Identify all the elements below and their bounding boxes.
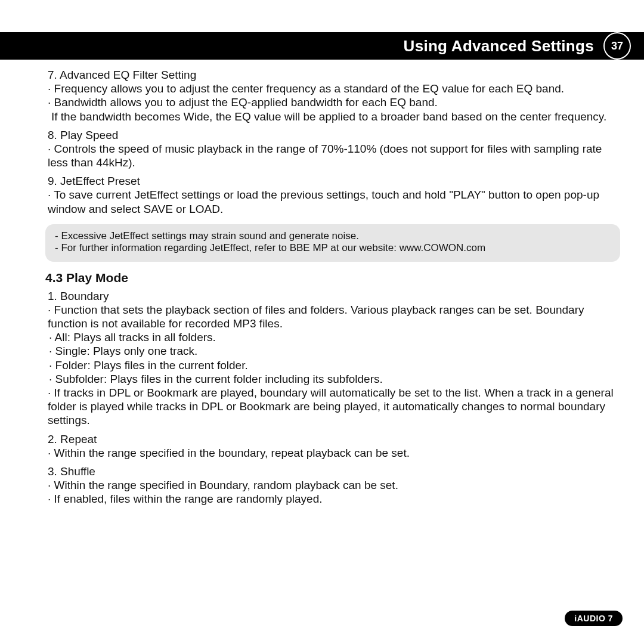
shuffle-bullet-1: Within the range specified in Boundary, … [45, 478, 620, 492]
item-9-bullet-1: To save current JetEffect settings or lo… [45, 188, 620, 215]
page-content: 7. Advanced EQ Filter Setting Frequency … [45, 68, 620, 510]
boundary-bullet-1: Function that sets the playback section … [45, 303, 620, 330]
page-title: Using Advanced Settings [404, 37, 603, 55]
item-7-heading: 7. Advanced EQ Filter Setting [45, 68, 620, 82]
note-box: Excessive JetEffect settings may strain … [45, 224, 620, 262]
section-4-3-heading: 4.3 Play Mode [45, 270, 620, 286]
header-bar: Using Advanced Settings 37 [0, 32, 644, 60]
repeat-bullet-1: Within the range specified in the bounda… [45, 446, 620, 460]
shuffle-bullet-2: If enabled, files within the range are r… [45, 492, 620, 506]
item-7-bullet-1: Frequency allows you to adjust the cente… [45, 82, 620, 95]
boundary-option-folder: Folder: Plays files in the current folde… [45, 358, 620, 372]
shuffle-heading: 3. Shuffle [45, 465, 620, 478]
note-line-2: For further information regarding JetEff… [55, 242, 611, 255]
note-line-1: Excessive JetEffect settings may strain … [55, 230, 611, 243]
boundary-heading: 1. Boundary [45, 289, 620, 303]
repeat-heading: 2. Repeat [45, 432, 620, 446]
page-number-badge: 37 [603, 32, 631, 60]
item-7-bullet-2: Bandwidth allows you to adjust the EQ-ap… [45, 95, 620, 109]
boundary-option-all: All: Plays all tracks in all folders. [45, 330, 620, 344]
boundary-option-single: Single: Plays only one track. [45, 344, 620, 358]
boundary-bullet-2: If tracks in DPL or Bookmark are played,… [45, 386, 620, 428]
item-7-continuation: If the bandwidth becomes Wide, the EQ va… [45, 110, 620, 123]
item-8-heading: 8. Play Speed [45, 128, 620, 142]
footer-product-badge: iAUDIO 7 [565, 611, 623, 626]
boundary-option-subfolder: Subfolder: Plays files in the current fo… [45, 372, 620, 386]
item-8-bullet-1: Controls the speed of music playback in … [45, 142, 620, 169]
item-9-heading: 9. JetEffect Preset [45, 174, 620, 188]
